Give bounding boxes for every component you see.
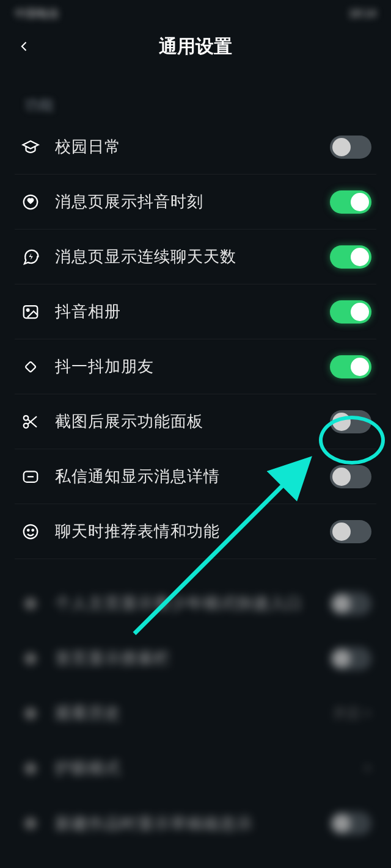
toggle-shake-add-friend[interactable] xyxy=(330,355,371,378)
row-blurred[interactable]: 新建作品时显示草稿箱息示 xyxy=(15,796,376,851)
page-title: 通用设置 xyxy=(0,34,391,59)
status-bar: 中国电信 18:14 xyxy=(0,0,391,27)
toggle-dm-preview[interactable] xyxy=(330,465,371,488)
toggle-douyin-moment[interactable] xyxy=(330,190,371,214)
svg-point-14 xyxy=(24,653,37,665)
row-label: 新建作品时显示草稿箱息示 xyxy=(55,813,330,834)
row-blurred[interactable]: 首页显示搜索栏 xyxy=(15,631,376,686)
blur-icon xyxy=(21,759,40,778)
row-label: 首页显示搜索栏 xyxy=(55,648,330,669)
rotate-diamond-icon xyxy=(21,357,40,377)
image-icon xyxy=(21,302,40,322)
row-label: 抖一抖加朋友 xyxy=(55,356,330,377)
row-blurred[interactable]: 个人主页显示青少年模式快捷入口 xyxy=(15,576,376,631)
row-screenshot-panel[interactable]: 截图后展示功能面板 xyxy=(15,394,376,449)
row-label: 聊天时推荐表情和功能 xyxy=(55,521,330,542)
blur-icon xyxy=(21,704,40,723)
row-shake-add-friend[interactable]: 抖一抖加朋友 xyxy=(15,339,376,394)
row-label: 个人主页显示青少年模式快捷入口 xyxy=(55,593,330,614)
toggle-douyin-album[interactable] xyxy=(330,300,371,324)
toggle-blurred[interactable] xyxy=(330,812,371,835)
row-label: 护眼模式 xyxy=(55,758,364,779)
row-label: 抖音相册 xyxy=(55,301,330,322)
row-dm-preview[interactable]: 私信通知显示消息详情 xyxy=(15,449,376,504)
toggle-campus-daily[interactable] xyxy=(330,136,371,159)
row-chat-streak[interactable]: 消息页显示连续聊天天数 xyxy=(15,230,376,284)
row-label: 观看历史 xyxy=(55,703,333,724)
svg-point-15 xyxy=(24,707,37,720)
chevron-left-icon xyxy=(18,37,31,56)
row-campus-daily[interactable]: 校园日常 xyxy=(15,120,376,175)
carrier-text: 中国电信 xyxy=(15,6,59,21)
row-blurred[interactable]: 观看历史 开启 > xyxy=(15,686,376,741)
toggle-blurred[interactable] xyxy=(330,592,371,615)
section-label: 功能 xyxy=(0,66,391,120)
row-douyin-album[interactable]: 抖音相册 xyxy=(15,284,376,339)
svg-point-11 xyxy=(27,529,29,531)
row-label: 消息页展示抖音时刻 xyxy=(55,191,330,212)
row-label: 校园日常 xyxy=(55,136,330,157)
blur-icon xyxy=(21,594,40,613)
graduation-cap-icon xyxy=(21,137,40,157)
settings-list: 校园日常 消息页展示抖音时刻 消息页显示连续聊天天数 抖音相册 抖一抖加朋友 xyxy=(0,120,391,851)
toggle-chat-streak[interactable] xyxy=(330,245,371,269)
row-emoji-recommend[interactable]: 聊天时推荐表情和功能 xyxy=(15,504,376,559)
svg-point-4 xyxy=(24,416,29,421)
toggle-emoji-recommend[interactable] xyxy=(330,520,371,543)
svg-point-5 xyxy=(24,423,29,428)
toggle-screenshot-panel[interactable] xyxy=(330,410,371,433)
scissors-icon xyxy=(21,412,40,432)
back-button[interactable] xyxy=(12,34,37,59)
toggle-blurred[interactable] xyxy=(330,647,371,670)
heart-target-icon xyxy=(21,192,40,212)
smiley-icon xyxy=(21,522,40,541)
svg-point-2 xyxy=(27,309,29,311)
svg-point-12 xyxy=(32,529,34,531)
row-label: 私信通知显示消息详情 xyxy=(55,466,330,487)
blur-icon xyxy=(21,814,40,833)
blur-icon xyxy=(21,649,40,668)
row-label: 截图后展示功能面板 xyxy=(55,411,330,432)
svg-point-17 xyxy=(24,817,37,830)
row-douyin-moment[interactable]: 消息页展示抖音时刻 xyxy=(15,175,376,230)
row-label: 消息页显示连续聊天天数 xyxy=(55,246,330,267)
message-minus-icon xyxy=(21,467,40,486)
svg-rect-3 xyxy=(25,361,36,372)
header: 通用设置 xyxy=(0,27,391,66)
svg-rect-1 xyxy=(24,306,38,318)
time-text: 18:14 xyxy=(349,7,376,20)
svg-point-10 xyxy=(24,524,38,538)
row-blurred[interactable]: 护眼模式 > xyxy=(15,741,376,796)
svg-point-13 xyxy=(24,598,37,610)
svg-point-16 xyxy=(24,762,37,775)
lightning-bubble-icon xyxy=(21,247,40,267)
